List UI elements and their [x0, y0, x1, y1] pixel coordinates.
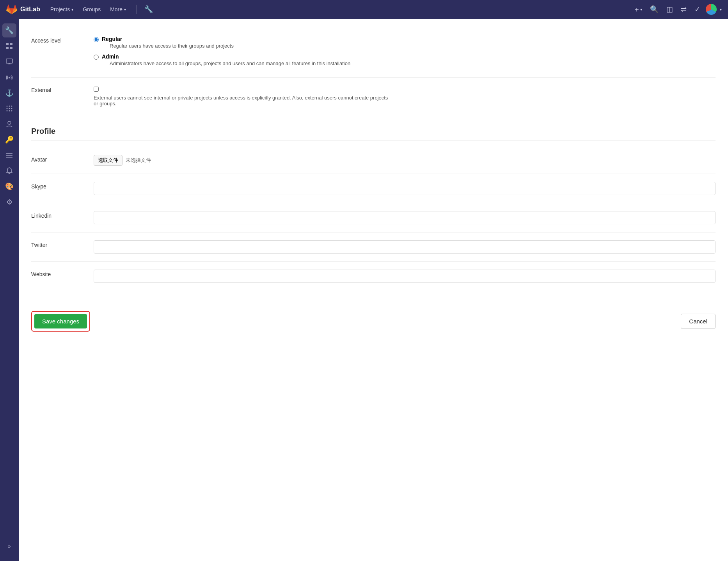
radio-regular[interactable]: [94, 37, 99, 42]
svg-point-16: [11, 110, 12, 112]
svg-point-7: [9, 77, 10, 78]
action-bar-left: Save changes: [31, 311, 90, 332]
chevron-down-icon-more: ▾: [124, 7, 126, 12]
gitlab-logo[interactable]: GitLab: [6, 4, 40, 15]
todo-icon: ✓: [694, 5, 700, 14]
sidebar-icon: ◫: [666, 5, 673, 14]
brand-label: GitLab: [20, 6, 40, 13]
svg-rect-0: [6, 43, 9, 45]
svg-point-8: [7, 106, 8, 107]
avatar-field: 选取文件 未选择文件: [94, 155, 716, 166]
skype-row: Skype: [31, 174, 716, 203]
twitter-field: [94, 240, 716, 254]
save-changes-button[interactable]: Save changes: [34, 314, 87, 328]
sidebar-expand-button[interactable]: »: [2, 539, 16, 553]
svg-point-17: [8, 121, 11, 124]
new-item-button[interactable]: ＋ ▾: [631, 2, 645, 16]
sidebar-item-grid[interactable]: [2, 39, 16, 53]
app-layout: 🔧 ⚓: [0, 0, 728, 561]
twitter-label: Twitter: [31, 240, 94, 248]
linkedin-row: Linkedin: [31, 203, 716, 233]
sidebar-item-palette[interactable]: 🎨: [2, 179, 16, 194]
twitter-input[interactable]: [94, 240, 716, 254]
linkedin-input[interactable]: [94, 211, 716, 224]
avatar-chevron-icon: ▾: [720, 7, 722, 12]
profile-section: Profile Avatar 选取文件 未选择文件 Skype: [31, 127, 716, 291]
sidebar-item-list[interactable]: [2, 148, 16, 162]
todos-button[interactable]: ✓: [692, 3, 703, 16]
search-icon: 🔍: [650, 5, 659, 14]
access-level-field: Regular Regular users have access to the…: [94, 36, 716, 69]
external-field: External users cannot see internal or pr…: [94, 85, 716, 107]
save-changes-highlight: Save changes: [31, 311, 90, 332]
topnav-right: ＋ ▾ 🔍 ◫ ⇌ ✓ ▾: [631, 2, 722, 16]
action-bar: Save changes Cancel: [31, 303, 716, 339]
twitter-row: Twitter: [31, 233, 716, 262]
svg-point-15: [9, 110, 10, 112]
external-checkbox[interactable]: [94, 87, 99, 92]
skype-label: Skype: [31, 182, 94, 190]
nav-divider: [136, 5, 137, 14]
chevron-down-icon: ▾: [71, 7, 73, 12]
svg-point-11: [7, 108, 8, 109]
access-level-section: Access level Regular Regular users have …: [31, 28, 716, 114]
avatar-label: Avatar: [31, 155, 94, 163]
access-level-label: Access level: [31, 36, 94, 44]
external-label: External: [31, 85, 94, 93]
merge-requests-button[interactable]: ⇌: [678, 3, 689, 16]
plus-icon: ＋: [633, 5, 640, 14]
main-content: Access level Regular Regular users have …: [19, 19, 728, 561]
cancel-button[interactable]: Cancel: [681, 314, 716, 329]
chevron-down-icon-new: ▾: [640, 7, 642, 12]
skype-field: [94, 182, 716, 195]
nav-groups[interactable]: Groups: [79, 4, 105, 15]
website-label: Website: [31, 270, 94, 277]
nav-projects[interactable]: Projects ▾: [46, 4, 78, 15]
sidebar-item-monitor[interactable]: [2, 55, 16, 69]
sidebar: 🔧 ⚓: [0, 19, 19, 561]
file-input-wrap: 选取文件 未选择文件: [94, 155, 716, 166]
svg-rect-1: [10, 43, 12, 45]
svg-rect-4: [6, 59, 12, 63]
sidebar-item-bell[interactable]: [2, 164, 16, 178]
website-row: Website: [31, 262, 716, 291]
linkedin-label: Linkedin: [31, 211, 94, 219]
website-input[interactable]: [94, 270, 716, 283]
search-button[interactable]: 🔍: [648, 3, 661, 16]
external-row: External External users cannot see inter…: [31, 78, 716, 114]
external-checkbox-option: [94, 85, 716, 92]
svg-point-14: [7, 110, 8, 112]
topnav-links: Projects ▾ Groups More ▾: [46, 4, 130, 15]
svg-rect-2: [6, 47, 9, 49]
admin-desc: Administrators have access to all groups…: [110, 60, 350, 66]
radio-admin[interactable]: [94, 55, 99, 60]
sidebar-item-admin[interactable]: 🔧: [2, 23, 16, 37]
regular-desc: Regular users have access to their group…: [110, 43, 234, 49]
sidebar-toggle-button[interactable]: ◫: [664, 3, 675, 16]
svg-point-9: [9, 106, 10, 107]
external-desc: External users cannot see internal or pr…: [94, 95, 390, 107]
user-avatar[interactable]: [706, 4, 717, 15]
sidebar-item-key[interactable]: 🔑: [2, 133, 16, 147]
avatar-row: Avatar 选取文件 未选择文件: [31, 147, 716, 174]
sidebar-item-dots[interactable]: [2, 101, 16, 115]
svg-point-12: [9, 108, 10, 109]
linkedin-field: [94, 211, 716, 224]
skype-input[interactable]: [94, 182, 716, 195]
sidebar-item-anchor[interactable]: ⚓: [2, 86, 16, 100]
nav-more[interactable]: More ▾: [106, 4, 130, 15]
website-field: [94, 270, 716, 283]
radio-admin-option: Admin Administrators have access to all …: [94, 53, 716, 66]
svg-point-13: [11, 108, 12, 109]
sidebar-item-broadcast[interactable]: [2, 70, 16, 84]
svg-rect-3: [10, 47, 12, 49]
radio-regular-option: Regular Regular users have access to the…: [94, 36, 716, 49]
sidebar-item-user[interactable]: [2, 117, 16, 131]
file-choose-button[interactable]: 选取文件: [94, 155, 123, 166]
admin-wrench-icon[interactable]: 🔧: [144, 5, 153, 14]
topnav: GitLab Projects ▾ Groups More ▾ 🔧 ＋ ▾ 🔍 …: [0, 0, 728, 19]
sidebar-item-settings[interactable]: ⚙: [2, 195, 16, 209]
file-no-file-label: 未选择文件: [126, 157, 151, 164]
access-level-row: Access level Regular Regular users have …: [31, 28, 716, 78]
merge-request-icon: ⇌: [681, 5, 687, 14]
